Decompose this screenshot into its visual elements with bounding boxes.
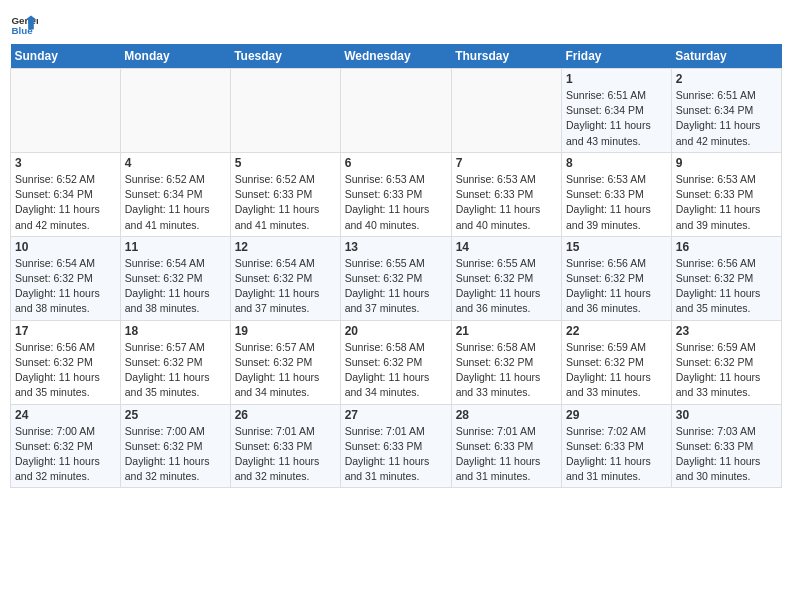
day-cell: 19Sunrise: 6:57 AM Sunset: 6:32 PM Dayli… bbox=[230, 320, 340, 404]
day-number: 1 bbox=[566, 72, 667, 86]
day-number: 5 bbox=[235, 156, 336, 170]
day-cell: 11Sunrise: 6:54 AM Sunset: 6:32 PM Dayli… bbox=[120, 236, 230, 320]
day-cell: 28Sunrise: 7:01 AM Sunset: 6:33 PM Dayli… bbox=[451, 404, 561, 488]
day-header-tuesday: Tuesday bbox=[230, 44, 340, 69]
day-detail: Sunrise: 6:56 AM Sunset: 6:32 PM Dayligh… bbox=[566, 256, 667, 317]
day-detail: Sunrise: 6:52 AM Sunset: 6:33 PM Dayligh… bbox=[235, 172, 336, 233]
day-cell: 13Sunrise: 6:55 AM Sunset: 6:32 PM Dayli… bbox=[340, 236, 451, 320]
week-row-1: 1Sunrise: 6:51 AM Sunset: 6:34 PM Daylig… bbox=[11, 69, 782, 153]
day-number: 21 bbox=[456, 324, 557, 338]
day-detail: Sunrise: 6:56 AM Sunset: 6:32 PM Dayligh… bbox=[676, 256, 777, 317]
day-cell: 20Sunrise: 6:58 AM Sunset: 6:32 PM Dayli… bbox=[340, 320, 451, 404]
day-number: 29 bbox=[566, 408, 667, 422]
day-number: 16 bbox=[676, 240, 777, 254]
day-cell: 22Sunrise: 6:59 AM Sunset: 6:32 PM Dayli… bbox=[562, 320, 672, 404]
day-detail: Sunrise: 6:55 AM Sunset: 6:32 PM Dayligh… bbox=[345, 256, 447, 317]
day-number: 26 bbox=[235, 408, 336, 422]
day-detail: Sunrise: 7:01 AM Sunset: 6:33 PM Dayligh… bbox=[456, 424, 557, 485]
day-detail: Sunrise: 6:53 AM Sunset: 6:33 PM Dayligh… bbox=[345, 172, 447, 233]
day-detail: Sunrise: 6:54 AM Sunset: 6:32 PM Dayligh… bbox=[125, 256, 226, 317]
day-number: 10 bbox=[15, 240, 116, 254]
week-row-3: 10Sunrise: 6:54 AM Sunset: 6:32 PM Dayli… bbox=[11, 236, 782, 320]
header-row: SundayMondayTuesdayWednesdayThursdayFrid… bbox=[11, 44, 782, 69]
day-number: 24 bbox=[15, 408, 116, 422]
day-number: 25 bbox=[125, 408, 226, 422]
day-detail: Sunrise: 6:52 AM Sunset: 6:34 PM Dayligh… bbox=[125, 172, 226, 233]
day-cell: 6Sunrise: 6:53 AM Sunset: 6:33 PM Daylig… bbox=[340, 152, 451, 236]
day-detail: Sunrise: 6:53 AM Sunset: 6:33 PM Dayligh… bbox=[566, 172, 667, 233]
day-number: 19 bbox=[235, 324, 336, 338]
calendar-table: SundayMondayTuesdayWednesdayThursdayFrid… bbox=[10, 44, 782, 488]
day-number: 12 bbox=[235, 240, 336, 254]
day-detail: Sunrise: 6:51 AM Sunset: 6:34 PM Dayligh… bbox=[676, 88, 777, 149]
day-header-saturday: Saturday bbox=[671, 44, 781, 69]
day-cell bbox=[451, 69, 561, 153]
day-cell: 7Sunrise: 6:53 AM Sunset: 6:33 PM Daylig… bbox=[451, 152, 561, 236]
day-header-sunday: Sunday bbox=[11, 44, 121, 69]
day-cell: 12Sunrise: 6:54 AM Sunset: 6:32 PM Dayli… bbox=[230, 236, 340, 320]
day-cell: 26Sunrise: 7:01 AM Sunset: 6:33 PM Dayli… bbox=[230, 404, 340, 488]
day-number: 2 bbox=[676, 72, 777, 86]
day-number: 9 bbox=[676, 156, 777, 170]
day-detail: Sunrise: 6:56 AM Sunset: 6:32 PM Dayligh… bbox=[15, 340, 116, 401]
day-cell: 10Sunrise: 6:54 AM Sunset: 6:32 PM Dayli… bbox=[11, 236, 121, 320]
day-detail: Sunrise: 7:02 AM Sunset: 6:33 PM Dayligh… bbox=[566, 424, 667, 485]
day-detail: Sunrise: 6:57 AM Sunset: 6:32 PM Dayligh… bbox=[125, 340, 226, 401]
day-cell: 3Sunrise: 6:52 AM Sunset: 6:34 PM Daylig… bbox=[11, 152, 121, 236]
day-cell: 23Sunrise: 6:59 AM Sunset: 6:32 PM Dayli… bbox=[671, 320, 781, 404]
day-cell bbox=[340, 69, 451, 153]
day-number: 6 bbox=[345, 156, 447, 170]
day-detail: Sunrise: 7:00 AM Sunset: 6:32 PM Dayligh… bbox=[125, 424, 226, 485]
week-row-2: 3Sunrise: 6:52 AM Sunset: 6:34 PM Daylig… bbox=[11, 152, 782, 236]
week-row-4: 17Sunrise: 6:56 AM Sunset: 6:32 PM Dayli… bbox=[11, 320, 782, 404]
day-detail: Sunrise: 6:55 AM Sunset: 6:32 PM Dayligh… bbox=[456, 256, 557, 317]
day-cell: 16Sunrise: 6:56 AM Sunset: 6:32 PM Dayli… bbox=[671, 236, 781, 320]
day-cell: 27Sunrise: 7:01 AM Sunset: 6:33 PM Dayli… bbox=[340, 404, 451, 488]
day-number: 18 bbox=[125, 324, 226, 338]
day-number: 14 bbox=[456, 240, 557, 254]
logo-icon: General Blue bbox=[10, 10, 38, 38]
day-cell bbox=[11, 69, 121, 153]
day-cell: 24Sunrise: 7:00 AM Sunset: 6:32 PM Dayli… bbox=[11, 404, 121, 488]
day-cell: 14Sunrise: 6:55 AM Sunset: 6:32 PM Dayli… bbox=[451, 236, 561, 320]
week-row-5: 24Sunrise: 7:00 AM Sunset: 6:32 PM Dayli… bbox=[11, 404, 782, 488]
day-number: 7 bbox=[456, 156, 557, 170]
day-number: 3 bbox=[15, 156, 116, 170]
day-detail: Sunrise: 6:53 AM Sunset: 6:33 PM Dayligh… bbox=[456, 172, 557, 233]
day-cell: 5Sunrise: 6:52 AM Sunset: 6:33 PM Daylig… bbox=[230, 152, 340, 236]
day-detail: Sunrise: 6:53 AM Sunset: 6:33 PM Dayligh… bbox=[676, 172, 777, 233]
day-detail: Sunrise: 7:00 AM Sunset: 6:32 PM Dayligh… bbox=[15, 424, 116, 485]
day-cell: 9Sunrise: 6:53 AM Sunset: 6:33 PM Daylig… bbox=[671, 152, 781, 236]
day-detail: Sunrise: 6:51 AM Sunset: 6:34 PM Dayligh… bbox=[566, 88, 667, 149]
day-detail: Sunrise: 6:58 AM Sunset: 6:32 PM Dayligh… bbox=[456, 340, 557, 401]
day-header-friday: Friday bbox=[562, 44, 672, 69]
day-detail: Sunrise: 6:59 AM Sunset: 6:32 PM Dayligh… bbox=[676, 340, 777, 401]
day-cell bbox=[230, 69, 340, 153]
day-cell: 8Sunrise: 6:53 AM Sunset: 6:33 PM Daylig… bbox=[562, 152, 672, 236]
day-cell: 4Sunrise: 6:52 AM Sunset: 6:34 PM Daylig… bbox=[120, 152, 230, 236]
day-header-wednesday: Wednesday bbox=[340, 44, 451, 69]
day-number: 23 bbox=[676, 324, 777, 338]
day-detail: Sunrise: 6:52 AM Sunset: 6:34 PM Dayligh… bbox=[15, 172, 116, 233]
day-detail: Sunrise: 6:57 AM Sunset: 6:32 PM Dayligh… bbox=[235, 340, 336, 401]
day-cell: 30Sunrise: 7:03 AM Sunset: 6:33 PM Dayli… bbox=[671, 404, 781, 488]
day-number: 27 bbox=[345, 408, 447, 422]
logo: General Blue bbox=[10, 10, 40, 38]
day-cell: 29Sunrise: 7:02 AM Sunset: 6:33 PM Dayli… bbox=[562, 404, 672, 488]
day-number: 15 bbox=[566, 240, 667, 254]
day-number: 30 bbox=[676, 408, 777, 422]
day-number: 22 bbox=[566, 324, 667, 338]
day-detail: Sunrise: 7:01 AM Sunset: 6:33 PM Dayligh… bbox=[345, 424, 447, 485]
day-number: 11 bbox=[125, 240, 226, 254]
day-number: 28 bbox=[456, 408, 557, 422]
day-number: 13 bbox=[345, 240, 447, 254]
day-header-monday: Monday bbox=[120, 44, 230, 69]
day-detail: Sunrise: 6:54 AM Sunset: 6:32 PM Dayligh… bbox=[15, 256, 116, 317]
day-number: 17 bbox=[15, 324, 116, 338]
day-cell: 21Sunrise: 6:58 AM Sunset: 6:32 PM Dayli… bbox=[451, 320, 561, 404]
day-number: 4 bbox=[125, 156, 226, 170]
day-detail: Sunrise: 7:01 AM Sunset: 6:33 PM Dayligh… bbox=[235, 424, 336, 485]
day-detail: Sunrise: 7:03 AM Sunset: 6:33 PM Dayligh… bbox=[676, 424, 777, 485]
day-cell: 1Sunrise: 6:51 AM Sunset: 6:34 PM Daylig… bbox=[562, 69, 672, 153]
day-cell: 25Sunrise: 7:00 AM Sunset: 6:32 PM Dayli… bbox=[120, 404, 230, 488]
